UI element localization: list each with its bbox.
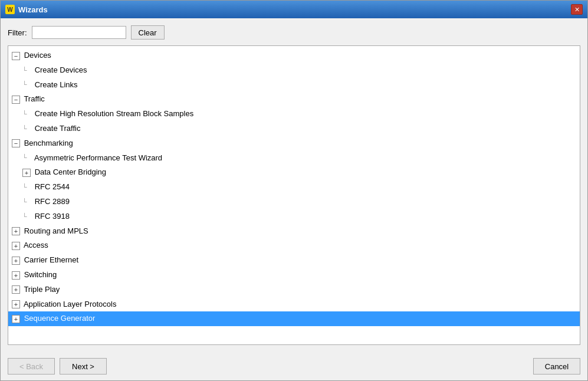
- tree-item-benchmarking[interactable]: − Benchmarking: [8, 136, 580, 151]
- tree-item-label: Carrier Ethernet: [24, 255, 78, 264]
- filter-row: Filter: Clear: [8, 25, 580, 40]
- tree-item-label: RFC 2889: [35, 197, 70, 206]
- connector-icon: └: [22, 80, 31, 90]
- close-button[interactable]: ✕: [571, 4, 583, 15]
- dialog-body: Filter: Clear − Devices └ Create Devices…: [1, 18, 587, 352]
- expand-icon: +: [12, 285, 20, 294]
- title-bar-left: W Wizards: [5, 5, 48, 14]
- filter-input[interactable]: [32, 26, 126, 39]
- connector-icon: └: [22, 153, 31, 163]
- tree-item-label: Triple Play: [24, 285, 60, 294]
- expand-icon: +: [12, 257, 20, 265]
- connector-icon: └: [22, 124, 31, 134]
- tree-item-label: Routing and MPLS: [24, 226, 88, 235]
- tree-container: − Devices └ Create Devices └ Create Link…: [8, 45, 580, 345]
- footer-right: Cancel: [533, 358, 580, 375]
- expand-icon: +: [12, 242, 20, 250]
- tree-item-traffic[interactable]: − Traffic: [8, 92, 580, 107]
- tree-item-label: Application Layer Protocols: [24, 300, 117, 308]
- tree-item-create-links[interactable]: └ Create Links: [8, 78, 580, 93]
- tree-item-create-high-res[interactable]: └ Create High Resolution Stream Block Sa…: [8, 107, 580, 121]
- tree-item-rfc-3918[interactable]: └ RFC 3918: [8, 209, 580, 224]
- collapse-icon: −: [12, 52, 20, 60]
- tree-item-label: Create High Resolution Stream Block Samp…: [35, 109, 194, 118]
- tree-item-label: Asymmetric Performance Test Wizard: [34, 153, 162, 162]
- main-window: W Wizards ✕ Filter: Clear − Devices └ Cr…: [0, 0, 588, 381]
- tree-item-devices[interactable]: − Devices: [8, 48, 580, 63]
- tree-item-triple-play[interactable]: + Triple Play: [8, 283, 580, 297]
- tree-item-label: Switching: [24, 270, 57, 279]
- tree-item-label: Create Links: [35, 80, 78, 89]
- tree-item-sequence-gen[interactable]: + Sequence Generator: [8, 311, 580, 326]
- tree-item-data-center[interactable]: + Data Center Bridging: [8, 165, 580, 180]
- connector-icon: └: [22, 65, 31, 76]
- connector-icon: └: [22, 109, 31, 120]
- dialog-footer: < Back Next > Cancel: [1, 352, 587, 380]
- tree-item-label: Sequence Generator: [24, 314, 96, 323]
- tree-item-create-devices[interactable]: └ Create Devices: [8, 63, 580, 78]
- collapse-icon: −: [12, 96, 20, 104]
- tree-item-label: RFC 3918: [35, 212, 70, 221]
- window-title: Wizards: [18, 5, 48, 14]
- cancel-button[interactable]: Cancel: [533, 358, 580, 375]
- connector-icon: └: [22, 212, 31, 222]
- footer-left: < Back Next >: [8, 358, 107, 375]
- tree-item-switching[interactable]: + Switching: [8, 268, 580, 283]
- tree-item-rfc-2544[interactable]: └ RFC 2544: [8, 180, 580, 195]
- tree-item-label: Create Devices: [35, 65, 87, 74]
- tree-item-label: Benchmarking: [24, 139, 73, 147]
- back-button[interactable]: < Back: [8, 358, 55, 375]
- tree-item-label: Devices: [24, 51, 51, 60]
- connector-icon: └: [22, 197, 31, 208]
- tree-item-label: Create Traffic: [35, 124, 81, 133]
- tree-item-app-layer[interactable]: + Application Layer Protocols: [8, 297, 580, 312]
- tree-item-routing-mpls[interactable]: + Routing and MPLS: [8, 224, 580, 239]
- connector-icon: └: [22, 182, 31, 193]
- tree-item-label: Access: [24, 241, 48, 249]
- tree-item-label: Data Center Bridging: [35, 167, 106, 176]
- expand-icon: +: [12, 271, 20, 280]
- tree-item-access[interactable]: + Access: [8, 238, 580, 253]
- next-button[interactable]: Next >: [60, 358, 107, 375]
- tree-item-create-traffic[interactable]: └ Create Traffic: [8, 121, 580, 136]
- tree-item-asymmetric[interactable]: └ Asymmetric Performance Test Wizard: [8, 151, 580, 166]
- tree-item-label: Traffic: [24, 94, 44, 103]
- title-bar: W Wizards ✕: [1, 1, 587, 18]
- collapse-icon: −: [12, 139, 20, 147]
- expand-icon: +: [12, 315, 20, 323]
- filter-label: Filter:: [8, 28, 27, 37]
- tree-item-rfc-2889[interactable]: └ RFC 2889: [8, 195, 580, 209]
- tree-item-label: RFC 2544: [35, 182, 70, 191]
- expand-icon: +: [22, 169, 31, 177]
- clear-button[interactable]: Clear: [131, 25, 165, 40]
- expand-icon: +: [12, 227, 20, 235]
- window-icon: W: [5, 5, 15, 14]
- expand-icon: +: [12, 300, 20, 308]
- tree-item-carrier-ethernet[interactable]: + Carrier Ethernet: [8, 253, 580, 268]
